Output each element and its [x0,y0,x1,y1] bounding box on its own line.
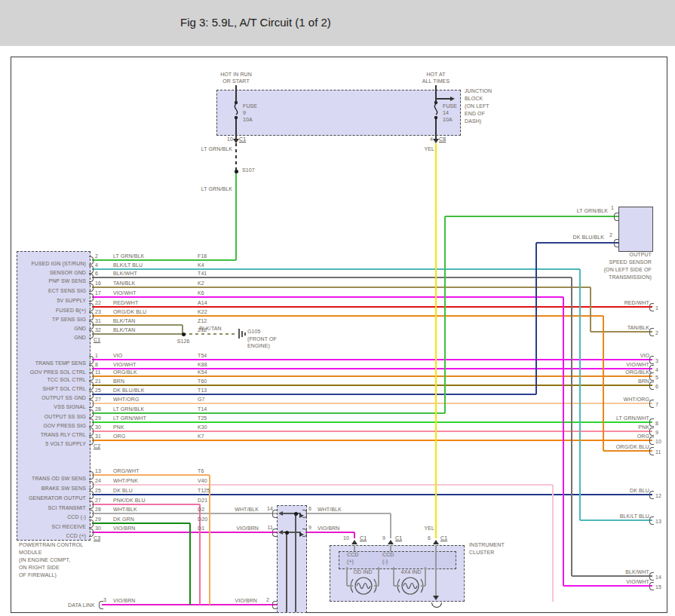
right-pin-color-label: DK BLU [574,488,649,494]
pin-bracket [649,428,654,436]
right-pin-number: 2 [655,330,658,336]
wire-segment [92,440,652,441]
pcm-wire-color-label: VIO/WHT [113,362,137,368]
wire-segment [286,532,287,612]
wire-segment [346,567,348,586]
wire-segment [281,532,301,533]
pcm-circuit-code: Z12 [198,327,207,333]
pcm-pin-bracket [89,293,94,302]
wire-segment [295,513,296,612]
pcm-pin-number: 17 [95,290,101,296]
right-pin-color-label: VIO/WHT [574,362,649,368]
wire-segment [189,523,191,605]
wire-segment [603,450,652,452]
pcm-circuit-code: T14 [198,406,207,412]
wire-label: FUSE [443,103,457,109]
pcm-pin-number: 23 [95,309,101,315]
wire-label: 2 [266,597,269,603]
wire-label: LT GRN/BLK [201,146,232,152]
wire-label: ENGINE) [247,343,270,349]
wire-label: HOT AT [426,72,445,78]
pin-bracket [272,510,277,518]
pcm-circuit-code: G7 [198,397,205,403]
wire-segment [92,513,277,514]
wire-segment [354,545,355,551]
ground-symbol-g105 [238,329,240,339]
pcm-pin-number: 25 [95,388,101,394]
ground-symbol-g105-bar2 [241,331,243,337]
pcm-pin-name: GOV PRES SOL CTRL [2,369,86,375]
pcm-circuit-code: K88 [198,362,207,368]
pcm-wire-color-label: PNK [113,424,124,431]
pcm-wire-color-label: WHT/BLK [113,507,137,513]
pcm-wire-color-label: VIO/WHT [113,290,137,296]
ground-symbol-g105-bar3 [244,333,246,336]
wire-label: 14 [443,110,449,116]
wire-segment [235,143,237,171]
pcm-pin-number: 2 [95,253,98,259]
right-pin-number: 5 [655,375,658,381]
right-pin-color-label: BLK/WHT [574,569,649,575]
pcm-circuit-code: K30 [198,424,207,431]
wire-segment [235,119,237,139]
right-pin-number: 10 [655,439,661,445]
wire-label: C1 [239,136,246,143]
pcm-wire-color-label: LT GRN/BLK [113,253,144,259]
wire-segment [92,394,536,395]
pcm-pin-name: OUTPUT SS SIG [2,414,86,420]
pcm-wire-color-label: VIO/BRN [113,526,135,532]
pcm-wire-color-label: ORG/WHT [113,468,140,474]
right-pin-number: 4 [655,367,658,373]
pcm-pin-bracket [89,356,94,364]
pcm-wire-color-label: ORG/DK BLU [113,309,146,315]
pcm-pin-number: 8 [95,362,98,368]
right-pin-number: 8 [655,421,658,427]
pcm-pin-name: ECT SENS SIG [2,288,86,294]
arrow-icon [450,97,455,101]
pcm-circuit-code: Z12 [198,318,207,324]
wire-label: 10A [243,117,253,123]
pcm-wire-color-label: WHT/PNK [113,478,138,484]
pin-bracket [649,516,654,525]
pcm-pin-name: TRANS OD SW SENS [2,476,86,482]
pcm-pin-name: SENSOR GND [2,270,86,276]
data-link-connector-box [277,505,307,613]
right-pin-color-label: ORG/DK BLU [574,444,649,450]
pin-bracket [649,491,654,499]
right-pin-color-label: ORG [574,434,649,440]
pin-bracket [649,382,654,390]
splice-dot [294,512,298,516]
pcm-pin-number: 4 [95,262,98,268]
wire-segment [92,277,572,278]
pin-bracket [272,529,277,537]
pcm-pin-number: 13 [95,468,101,474]
pin-bracket [614,213,618,221]
wire-label: 2 [609,232,612,238]
pcm-pin-number: 22 [95,300,101,306]
wire-segment [92,494,652,495]
pcm-pin-number: 27 [95,397,101,403]
wire-label: ON RIGHT SIDE [19,565,60,571]
wire-segment [92,333,183,335]
pcm-pin-number: 6 [95,271,98,277]
pcm-circuit-code: D20 [198,516,207,523]
right-pin-number: 15 [655,584,661,590]
splice-dot [235,170,238,173]
pcm-pin-number: 21 [95,378,101,385]
pcm-wire-color-label: LT GRN/BLK [113,406,144,412]
right-pin-number: 3 [655,358,658,364]
wire-label: DK BLU/BLK [573,234,604,241]
pcm-circuit-code: D1 [198,526,204,532]
pcm-pin-number: 16 [95,280,101,287]
pcm-circuit-code: T125 [198,488,210,494]
wire-segment [572,575,652,577]
pcm-wire-color-label: BLK/TAN [113,318,135,324]
pcm-pin-name: BRAKE SW SENS [2,486,86,492]
pcm-circuit-code: K4 [198,262,204,268]
wire-segment [92,359,652,360]
wire-segment [92,412,445,414]
pcm-pin-bracket [89,428,94,436]
pcm-wire-color-label: BLK/WHT [113,271,137,277]
arrow-icon [351,540,357,544]
wire-segment [235,85,237,103]
